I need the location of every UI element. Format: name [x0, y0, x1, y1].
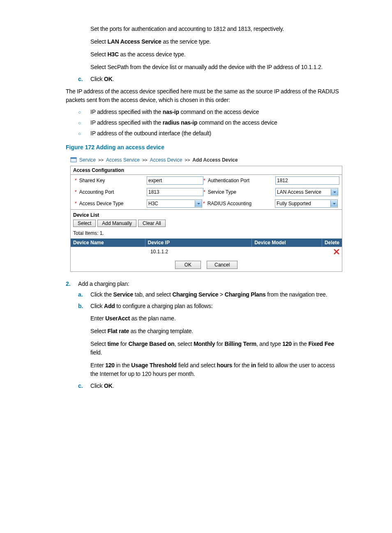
paragraph: Select H3C as the access device type.	[90, 50, 347, 59]
text: as the access device type.	[119, 51, 186, 58]
select-value: Fully Supported	[277, 201, 311, 206]
accounting-port-input[interactable]	[147, 188, 203, 196]
text-bold: Monthly	[194, 341, 215, 347]
text: command on the access device	[197, 119, 277, 126]
cancel-button[interactable]: Cancel	[207, 261, 238, 269]
breadcrumb-link[interactable]: Service	[79, 157, 96, 163]
breadcrumb-link[interactable]: Access Service	[106, 157, 140, 163]
auth-port-input[interactable]	[275, 176, 339, 185]
text-bold: Fixed Fee	[308, 341, 334, 347]
paragraph: IP address specified with the nas-ip com…	[90, 109, 259, 115]
paragraph: The IP address of the access device spec…	[66, 87, 343, 104]
breadcrumb-link[interactable]: Access Device	[150, 157, 182, 163]
text: Select	[90, 51, 107, 58]
breadcrumb-sep: >>	[184, 158, 190, 162]
text: as the service type.	[161, 38, 211, 45]
add-manually-button[interactable]: Add Manually	[97, 220, 136, 227]
text: Select	[90, 341, 107, 347]
text-bold: Charging Service	[172, 291, 218, 298]
paragraph: Set the ports for authentication and acc…	[90, 25, 347, 33]
label-auth-port: *Authentication Port	[203, 178, 275, 183]
text-bold: Add	[104, 303, 115, 309]
ok-button[interactable]: OK	[175, 261, 201, 269]
breadcrumb-current: Add Access Device	[192, 157, 238, 163]
text: Select	[90, 38, 107, 45]
th-device-model: Device Model	[252, 239, 322, 247]
device-list-panel: Device List Select Add Manually Clear Al…	[70, 210, 342, 272]
device-type-select[interactable]: H3C	[147, 199, 202, 208]
figure-access-device: Service >> Access Service >> Access Devi…	[70, 155, 343, 272]
text: as the charging template.	[129, 328, 193, 334]
text-bold: LAN Access Service	[107, 38, 161, 45]
list-marker: b.	[78, 303, 90, 309]
text-bold: radius nas-ip	[163, 119, 198, 126]
chevron-down-icon	[331, 189, 338, 195]
td-device-ip: 10.1.1.2	[148, 247, 258, 257]
text: RADIUS Accounting	[208, 201, 251, 206]
table-header: Device Name Device IP Device Model Delet…	[71, 239, 342, 247]
text: for	[215, 341, 224, 347]
text: as the plan name.	[130, 315, 176, 322]
text: Authentication Port	[208, 178, 249, 183]
total-items-label: Total Items: 1.	[71, 229, 342, 239]
text-bold: Flat rate	[107, 328, 129, 334]
text: in the	[292, 341, 308, 347]
list-marker: c.	[78, 76, 90, 82]
breadcrumb-sep: >>	[98, 158, 104, 162]
list-marker: a.	[78, 291, 90, 298]
text-bold: Usage Threshold	[131, 362, 177, 368]
clear-all-button[interactable]: Clear All	[138, 220, 166, 227]
text-bold: Billing Term	[225, 341, 256, 347]
text: tab, and select	[133, 291, 172, 298]
text: Enter	[90, 315, 105, 322]
svg-rect-1	[71, 158, 76, 159]
paragraph: IP address of the outbound interface (th…	[90, 130, 211, 137]
window-icon	[70, 157, 77, 163]
paragraph: Add a charging plan:	[78, 280, 129, 287]
bullet-marker: ○	[78, 109, 90, 115]
text-bold: 120	[282, 341, 292, 347]
paragraph: Select LAN Access Service as the service…	[90, 37, 347, 46]
list-marker: c.	[78, 382, 90, 389]
paragraph: Click OK.	[90, 382, 114, 389]
td-delete[interactable]	[331, 247, 342, 257]
text-bold: time	[107, 341, 119, 347]
text: , select	[175, 341, 194, 347]
text: field and select	[177, 362, 217, 368]
table-row: 10.1.1.2	[71, 247, 342, 257]
select-value: LAN Access Service	[277, 189, 321, 195]
th-device-ip: Device IP	[145, 239, 252, 247]
text: Select	[90, 328, 107, 334]
device-list-title: Device List	[71, 210, 342, 220]
delete-icon	[334, 249, 339, 255]
text: Click	[90, 382, 104, 389]
text-bold: 120	[105, 362, 115, 368]
text: Click	[90, 303, 104, 309]
paragraph: Enter 120 in the Usage Threshold field a…	[90, 361, 343, 378]
td-device-model	[258, 247, 331, 257]
radius-accounting-select[interactable]: Fully Supported	[275, 199, 338, 208]
text: >	[218, 291, 224, 298]
text: Shared Key	[79, 178, 105, 183]
text-bold: OK	[104, 76, 113, 82]
panel-title: Access Configuration	[71, 166, 342, 175]
shared-key-input[interactable]	[147, 176, 203, 185]
paragraph: Select time for Charge Based on, select …	[90, 340, 343, 357]
text-bold: Charge Based on	[129, 341, 175, 347]
paragraph: Click OK.	[90, 76, 114, 82]
label-device-type: *Access Device Type	[75, 201, 147, 206]
text: in the	[115, 362, 131, 368]
text: .	[113, 76, 114, 82]
label-shared-key: *Shared Key	[75, 178, 147, 183]
select-button[interactable]: Select	[73, 220, 96, 227]
figure-caption: Figure 172 Adding an access device	[66, 144, 347, 151]
service-type-select[interactable]: LAN Access Service	[275, 188, 338, 196]
bullet-marker: ○	[78, 131, 90, 137]
paragraph: Select SecPath from the device list or m…	[90, 63, 347, 72]
text: for	[119, 341, 128, 347]
text-bold: UserAcct	[105, 315, 130, 322]
list-marker: 2.	[66, 280, 78, 287]
th-device-name: Device Name	[71, 239, 145, 247]
breadcrumb: Service >> Access Service >> Access Devi…	[70, 155, 342, 166]
text-bold: Charging Plans	[225, 291, 266, 298]
